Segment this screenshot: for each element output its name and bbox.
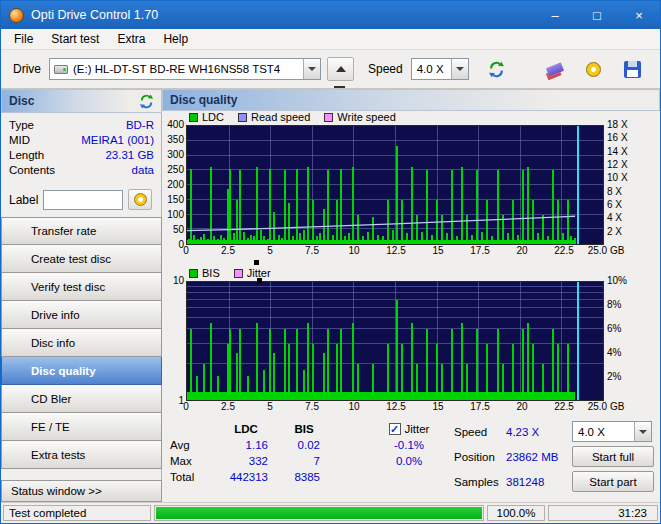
gridline [187,299,603,300]
empty-cell [330,437,376,453]
axis-tick-label: 4 X [607,213,622,223]
axis-tick-label: 22.5 [554,246,573,256]
start-full-button[interactable]: Start full [572,446,654,467]
axis-tick-label: 8% [607,300,621,310]
chart-bar [466,364,468,400]
sidebar: Disc Type BD-R MID MEIRA1 (001) Length 2… [1,89,162,502]
ldc-column-header: LDC [214,421,278,437]
axis-tick-label: 2 X [607,227,622,237]
legend-label: Write speed [337,111,396,123]
speed-value: 4.0 X [412,63,451,75]
sidebar-item-cd-bler[interactable]: CD Bler [1,385,162,413]
eject-button[interactable] [327,57,354,81]
jitter-checkbox[interactable] [389,423,401,435]
label-input[interactable] [43,190,123,210]
sidebar-item-verify-test-disc[interactable]: Verify test disc [1,273,162,301]
empty-cell [170,421,214,437]
axis-tick-label: 300 [167,150,184,160]
info-value[interactable]: data [132,164,154,176]
progress-bar [154,505,484,521]
menu-start-test[interactable]: Start test [42,30,108,48]
chart-bar [436,344,438,400]
minimize-button[interactable]: – [534,1,576,29]
axis-tick-label: 17.5 [470,402,489,412]
start-part-button[interactable]: Start part [572,471,654,492]
rescan-disc-icon[interactable] [139,94,154,109]
menu-help[interactable]: Help [154,30,197,48]
app-icon [9,8,24,23]
label-row: Label [1,189,162,210]
stats-right: Speed 4.23 X 4.0 X Position 23862 MB Sta… [454,421,654,492]
sidebar-item-drive-info[interactable]: Drive info [1,301,162,329]
sidebar-item-create-test-disc[interactable]: Create test disc [1,245,162,273]
chart-bar [486,344,488,400]
chart-bar [247,376,249,400]
samples-stat-label: Samples [454,476,506,488]
chevron-down-icon[interactable] [451,59,468,79]
status-bar: Test completed 100.0% 31:23 [1,502,660,523]
info-row-type: Type BD-R [1,117,162,132]
x-axis: 02.557.51012.51517.52022.525.0 GB [186,401,606,414]
info-row-length: Length 23.31 GB [1,147,162,162]
write-label-button[interactable] [128,189,152,210]
status-window-button[interactable]: Status window >> [1,480,162,502]
avg-jitter-value: -0.1% [376,437,442,453]
sidebar-item-fe-te[interactable]: FE / TE [1,413,162,441]
chevron-down-icon[interactable] [303,59,320,79]
close-button[interactable]: × [618,1,660,29]
drive-icon [54,65,68,74]
axis-tick-label: 2.5 [221,246,235,256]
chart-bar [557,344,559,400]
page-title: Disc quality [162,89,660,111]
ldc-chart: LDC Read speed Write speed 4003503002502… [162,109,644,258]
position-cursor [577,282,579,400]
sidebar-item-extra-tests[interactable]: Extra tests [1,441,162,469]
axis-tick-label: 10% [607,276,627,286]
y-axis-right: 10%8%6%4%2% [604,281,642,401]
write-speed-swatch [324,113,333,122]
speed-stat-value: 4.23 X [506,426,572,438]
max-jitter-value: 0.0% [376,453,442,469]
legend-item-jitter: Jitter [234,267,271,279]
chart-bar [256,323,258,400]
sidebar-nav: Transfer rate Create test disc Verify te… [1,217,162,469]
disc-tools-button[interactable] [580,56,607,82]
menu-extra[interactable]: Extra [108,30,154,48]
chart-bar [269,329,271,400]
sidebar-item-disc-info[interactable]: Disc info [1,329,162,357]
axis-tick-label: 20 [516,246,527,256]
speed-select-toolbar[interactable]: 4.0 X [411,58,469,80]
drive-select[interactable]: (E:) HL-DT-ST BD-RE WH16NS58 TST4 [49,58,321,80]
axis-tick-label: 5 [267,402,273,412]
scan-speed-select[interactable]: 4.0 X [572,421,652,442]
chart-bar [336,344,338,400]
chart-bar [210,323,212,400]
read-speed-swatch [238,113,247,122]
chevron-down-icon[interactable] [634,422,651,441]
axis-tick-label: 10 X [607,173,628,183]
empty-cell [330,453,376,469]
axis-tick-label: 10 [348,402,359,412]
save-results-button[interactable] [619,56,646,82]
axis-tick-label: 25.0 GB [588,402,625,412]
bis-plot-area [186,281,604,401]
sidebar-item-disc-quality[interactable]: Disc quality [1,357,162,385]
jitter-swatch [234,269,243,278]
jitter-toggle[interactable]: Jitter [376,421,442,437]
legend-item-bis: BIS [189,267,220,279]
app-window: Opti Drive Control 1.70 – □ × File Start… [0,0,661,524]
refresh-speeds-button[interactable] [483,56,510,82]
maximize-button[interactable]: □ [576,1,618,29]
menu-file[interactable]: File [5,30,42,48]
speed-stat-label: Speed [454,426,506,438]
axis-tick-label: 150 [167,195,184,205]
axis-tick-label: 15 [432,402,443,412]
info-value: MEIRA1 (001) [81,134,154,146]
ldc-chart-legend: LDC Read speed Write speed [189,109,644,125]
gridline [187,343,603,344]
sidebar-item-transfer-rate[interactable]: Transfer rate [1,217,162,245]
axis-tick-label: 22.5 [554,402,573,412]
erase-results-button[interactable] [541,56,568,82]
ldc-swatch [189,113,198,122]
info-label: Contents [9,164,55,176]
